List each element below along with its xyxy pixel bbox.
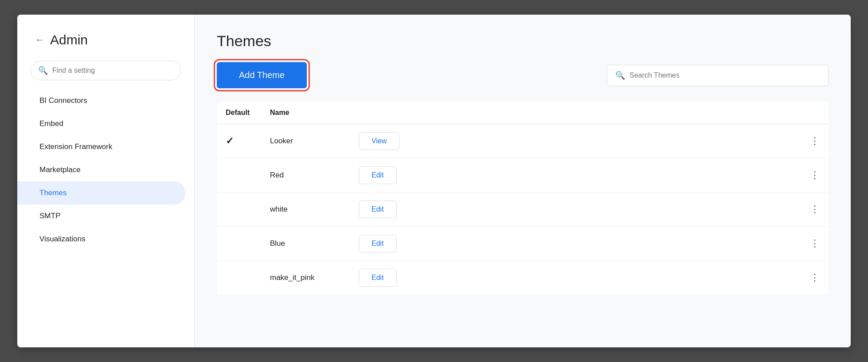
row-menu-icon[interactable]: ⋮: [810, 135, 820, 146]
row-menu-icon[interactable]: ⋮: [810, 238, 820, 249]
sidebar-item-visualizations[interactable]: Visualizations: [17, 228, 185, 251]
sidebar-item-themes[interactable]: Themes: [17, 181, 185, 205]
sidebar-item-smtp[interactable]: SMTP: [17, 205, 185, 228]
table-row: whiteEdit⋮: [217, 193, 829, 227]
table-header-row: Default Name: [217, 102, 829, 124]
search-themes-box: 🔍: [607, 65, 829, 86]
table-cell-default: [217, 261, 261, 295]
search-themes-icon: 🔍: [615, 71, 625, 80]
row-menu-icon[interactable]: ⋮: [810, 169, 820, 181]
table-row: make_it_pinkEdit⋮: [217, 261, 829, 295]
default-check-icon: ✓: [226, 135, 234, 146]
settings-search-input[interactable]: [52, 67, 173, 75]
row-menu-icon[interactable]: ⋮: [810, 272, 820, 283]
sidebar-item-extension-framework[interactable]: Extension Framework: [17, 135, 185, 158]
col-header-menu: [801, 102, 829, 124]
table-cell-default: [217, 158, 261, 193]
view-button[interactable]: View: [359, 132, 399, 150]
table-cell-default: [217, 193, 261, 227]
table-cell-menu: ⋮: [801, 227, 829, 261]
table-row: ✓LookerView⋮: [217, 124, 829, 158]
search-icon: 🔍: [38, 66, 48, 75]
table-cell-action: Edit: [350, 158, 430, 193]
toolbar: Add Theme 🔍: [217, 62, 829, 88]
table-cell-default: ✓: [217, 124, 261, 158]
nav-list: BI Connectors Embed Extension Framework …: [17, 89, 194, 347]
search-themes-input[interactable]: [629, 71, 820, 79]
table-row: BlueEdit⋮: [217, 227, 829, 261]
table-cell-name: white: [261, 193, 350, 227]
sidebar-header: ← Admin: [17, 32, 194, 61]
table-cell-action: Edit: [350, 193, 430, 227]
table-cell-spacer: [430, 124, 801, 158]
table-cell-default: [217, 227, 261, 261]
sidebar-item-bi-connectors[interactable]: BI Connectors: [17, 89, 185, 112]
table-cell-name: Looker: [261, 124, 350, 158]
edit-button[interactable]: Edit: [359, 166, 397, 184]
sidebar-title: Admin: [50, 32, 88, 47]
table-cell-spacer: [430, 158, 801, 193]
table-cell-menu: ⋮: [801, 261, 829, 295]
themes-table-body: ✓LookerView⋮RedEdit⋮whiteEdit⋮BlueEdit⋮m…: [217, 124, 829, 295]
edit-button[interactable]: Edit: [359, 269, 397, 287]
table-cell-name: Red: [261, 158, 350, 193]
sidebar: ← Admin 🔍 BI Connectors Embed Extension …: [17, 15, 195, 347]
col-header-action: [350, 102, 430, 124]
col-header-name: Name: [261, 102, 350, 124]
back-arrow-icon[interactable]: ←: [35, 34, 45, 46]
table-row: RedEdit⋮: [217, 158, 829, 193]
table-cell-spacer: [430, 261, 801, 295]
table-cell-name: Blue: [261, 227, 350, 261]
table-cell-action: Edit: [350, 227, 430, 261]
table-cell-spacer: [430, 193, 801, 227]
table-cell-menu: ⋮: [801, 158, 829, 193]
themes-table: Default Name ✓LookerView⋮RedEdit⋮whiteEd…: [217, 102, 829, 295]
row-menu-icon[interactable]: ⋮: [810, 204, 820, 215]
table-cell-spacer: [430, 227, 801, 261]
add-theme-button[interactable]: Add Theme: [217, 62, 307, 88]
settings-search-box: 🔍: [31, 61, 181, 80]
col-header-default: Default: [217, 102, 261, 124]
edit-button[interactable]: Edit: [359, 235, 397, 252]
table-cell-action: View: [350, 124, 430, 158]
table-cell-menu: ⋮: [801, 124, 829, 158]
main-content: Themes Add Theme 🔍 Default Name ✓LookerV…: [195, 15, 851, 347]
col-header-spacer: [430, 102, 801, 124]
app-window: ← Admin 🔍 BI Connectors Embed Extension …: [17, 15, 851, 347]
table-cell-menu: ⋮: [801, 193, 829, 227]
sidebar-item-embed[interactable]: Embed: [17, 112, 185, 135]
table-cell-name: make_it_pink: [261, 261, 350, 295]
sidebar-item-marketplace[interactable]: Marketplace: [17, 158, 185, 181]
table-cell-action: Edit: [350, 261, 430, 295]
page-title: Themes: [217, 32, 829, 50]
edit-button[interactable]: Edit: [359, 201, 397, 218]
